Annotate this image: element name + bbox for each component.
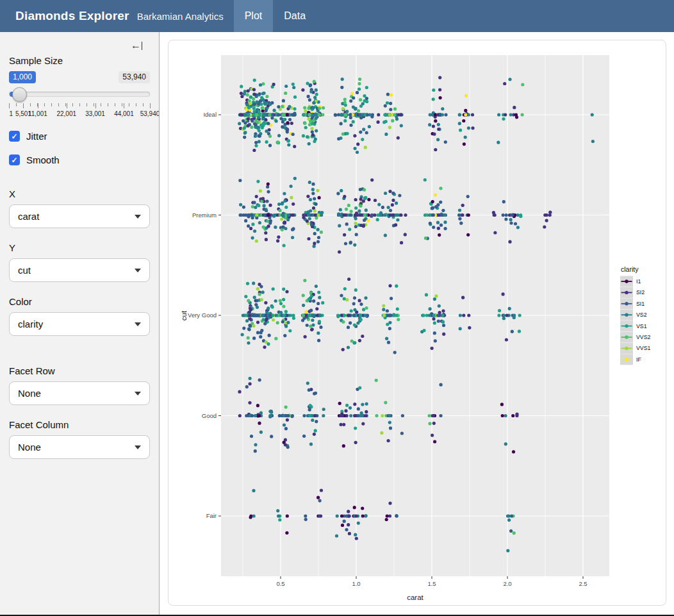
svg-text:clarity: clarity [621, 265, 639, 273]
svg-text:VS1: VS1 [636, 323, 647, 329]
nav-tabs: Plot Data [234, 0, 316, 32]
svg-text:2.5: 2.5 [579, 580, 587, 587]
y-select-label: Y [9, 242, 150, 253]
chevron-down-icon [135, 215, 141, 219]
facet-column-select-group: Facet Column None [9, 419, 150, 459]
checkmark-icon: ✓ [11, 133, 17, 140]
x-select-group: X carat [9, 188, 150, 228]
slider-grid-label: 33,001 [85, 110, 105, 117]
app-title: Diamonds Explorer [15, 9, 129, 23]
jitter-checkbox[interactable]: ✓ [9, 131, 20, 142]
smooth-checkbox-row[interactable]: ✓ Smooth [9, 154, 150, 165]
svg-text:Ideal: Ideal [203, 111, 217, 118]
svg-text:Good: Good [202, 412, 217, 419]
y-select[interactable]: cut [9, 258, 150, 282]
slider-grid-label: 1 [10, 110, 13, 117]
checkmark-icon: ✓ [11, 156, 17, 164]
chevron-down-icon [135, 392, 141, 395]
slider-grid-label: 22,001 [56, 110, 76, 117]
svg-text:SI1: SI1 [636, 301, 645, 307]
color-select-group: Color clarity [9, 296, 150, 336]
diamonds-scatter-plot: 0.51.01.52.02.5IdealPremiumVery GoodGood… [168, 40, 667, 606]
plot-card: 0.51.01.52.02.5IdealPremiumVery GoodGood… [168, 40, 666, 606]
slider-value-badge: 1,000 [9, 71, 36, 83]
diamonds-explorer-app: Diamonds Explorer Barkamian Analytics Pl… [0, 0, 674, 616]
jitter-label: Jitter [26, 131, 47, 142]
x-select-label: X [9, 188, 150, 199]
svg-text:Premium: Premium [192, 212, 217, 219]
facet-column-select[interactable]: None [9, 435, 150, 459]
slider-handle[interactable] [12, 87, 27, 102]
svg-text:VS2: VS2 [636, 312, 647, 318]
smooth-checkbox[interactable]: ✓ [9, 154, 20, 165]
app-subtitle: Barkamian Analytics [137, 11, 224, 22]
sample-size-slider[interactable] [9, 85, 150, 103]
svg-text:cut: cut [180, 310, 188, 320]
svg-text:VVS1: VVS1 [636, 345, 651, 351]
svg-text:carat: carat [407, 594, 423, 601]
collapse-left-icon: ← [131, 40, 141, 51]
facet-row-select-group: Facet Row None [9, 365, 150, 405]
svg-text:2.0: 2.0 [503, 580, 511, 587]
brand: Diamonds Explorer Barkamian Analytics [0, 0, 224, 32]
color-select-label: Color [9, 296, 150, 307]
smooth-label: Smooth [26, 154, 60, 165]
tab-data[interactable]: Data [273, 0, 316, 32]
facet-column-select-value: None [18, 442, 41, 453]
svg-text:Very Good: Very Good [188, 312, 217, 319]
main-content: 0.51.01.52.02.5IdealPremiumVery GoodGood… [160, 32, 674, 615]
slider-max-badge: 53,940 [119, 71, 150, 83]
svg-text:1.5: 1.5 [427, 580, 436, 587]
slider-badges: 1,000 53,940 [9, 71, 150, 83]
facet-row-select-label: Facet Row [9, 365, 150, 376]
svg-text:0.5: 0.5 [276, 580, 284, 587]
slider-track[interactable] [9, 92, 150, 97]
sample-size-label: Sample Size [9, 55, 150, 66]
svg-text:1.0: 1.0 [352, 580, 360, 587]
y-select-value: cut [18, 265, 31, 276]
sidebar: ← Sample Size 1,000 53,940 15,50111,0012… [0, 32, 160, 615]
svg-text:IF: IF [636, 356, 641, 363]
chevron-down-icon [135, 322, 141, 326]
color-select[interactable]: clarity [9, 312, 150, 336]
svg-text:SI2: SI2 [636, 289, 645, 296]
jitter-checkbox-row[interactable]: ✓ Jitter [9, 131, 150, 142]
slider-grid-label: 11,001 [28, 110, 47, 117]
svg-text:VVS2: VVS2 [636, 334, 651, 340]
chevron-down-icon [135, 269, 141, 272]
facet-row-select[interactable]: None [9, 381, 150, 405]
slider-grid-label: 53,940 [140, 110, 160, 117]
collapse-bar-icon [142, 42, 142, 50]
svg-text:I1: I1 [636, 278, 641, 285]
slider-grid: 15,50111,00122,00133,00144,00153,940 [9, 103, 150, 123]
chevron-down-icon [135, 445, 141, 449]
navbar: Diamonds Explorer Barkamian Analytics Pl… [0, 0, 674, 32]
x-select[interactable]: carat [9, 204, 150, 228]
svg-text:Fair: Fair [206, 512, 217, 519]
facet-column-select-label: Facet Column [9, 419, 150, 430]
x-select-value: carat [18, 211, 39, 222]
color-select-value: clarity [18, 319, 43, 329]
y-select-group: Y cut [9, 242, 150, 282]
facet-row-select-value: None [18, 388, 41, 399]
sidebar-collapse-button[interactable]: ← [9, 40, 150, 55]
tab-plot[interactable]: Plot [234, 0, 274, 32]
slider-grid-label: 44,001 [114, 110, 134, 117]
